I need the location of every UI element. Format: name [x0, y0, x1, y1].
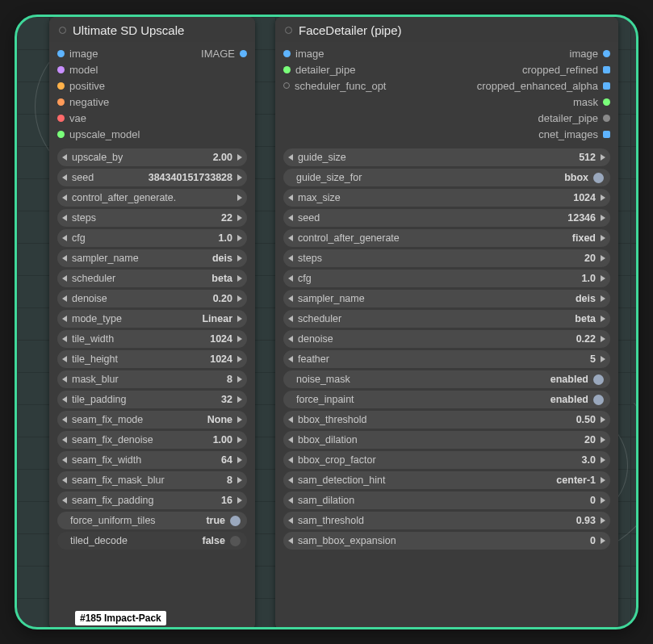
increment-icon[interactable]	[601, 194, 605, 201]
param-guide-size[interactable]: guide_size512	[283, 148, 610, 166]
param-denoise[interactable]: denoise0.22	[283, 330, 610, 348]
param-seam-fix-mask-blur[interactable]: seam_fix_mask_blur8	[57, 471, 247, 489]
increment-icon[interactable]	[601, 235, 605, 241]
param-seam-fix-padding[interactable]: seam_fix_padding16	[57, 491, 247, 509]
increment-icon[interactable]	[237, 477, 242, 483]
port-icon[interactable]	[603, 115, 610, 122]
param-cfg[interactable]: cfg1.0	[283, 270, 610, 287]
port-icon[interactable]	[57, 115, 65, 122]
increment-icon[interactable]	[601, 477, 605, 483]
param-tile-width[interactable]: tile_width1024	[57, 330, 247, 348]
param-noise-mask[interactable]: noise_maskenabled	[283, 370, 610, 388]
increment-icon[interactable]	[237, 194, 242, 201]
node-header[interactable]: FaceDetailer (pipe)	[275, 17, 618, 42]
toggle-icon[interactable]	[593, 374, 604, 385]
increment-icon[interactable]	[601, 537, 605, 544]
port-icon[interactable]	[57, 131, 65, 138]
collapse-icon[interactable]	[59, 27, 66, 34]
node-facedetailer-pipe[interactable]: FaceDetailer (pipe) imageimagedetailer_p…	[275, 17, 618, 629]
param-bbox-crop-factor[interactable]: bbox_crop_factor3.0	[283, 451, 610, 469]
port-icon[interactable]	[283, 82, 290, 89]
param-tile-height[interactable]: tile_height1024	[57, 350, 247, 368]
increment-icon[interactable]	[601, 517, 605, 524]
node-ultimate-sd-upscale[interactable]: Ultimate SD Upscale imageIMAGEmodelposit…	[49, 17, 255, 629]
param-sampler-name[interactable]: sampler_namedeis	[283, 290, 610, 307]
increment-icon[interactable]	[601, 275, 605, 282]
increment-icon[interactable]	[601, 457, 605, 463]
increment-icon[interactable]	[237, 316, 242, 322]
increment-icon[interactable]	[237, 416, 242, 423]
increment-icon[interactable]	[237, 497, 242, 504]
increment-icon[interactable]	[237, 275, 242, 282]
port-icon[interactable]	[603, 50, 610, 57]
param-bbox-dilation[interactable]: bbox_dilation20	[283, 431, 610, 449]
param-seam-fix-mode[interactable]: seam_fix_modeNone	[57, 411, 247, 429]
increment-icon[interactable]	[601, 336, 605, 342]
param-seed[interactable]: seed384340151733828	[57, 169, 247, 186]
param-seam-fix-width[interactable]: seam_fix_width64	[57, 451, 247, 469]
param-steps[interactable]: steps22	[57, 209, 247, 227]
increment-icon[interactable]	[237, 154, 242, 161]
param-bbox-threshold[interactable]: bbox_threshold0.50	[283, 411, 610, 429]
param-scheduler[interactable]: schedulerbeta	[283, 310, 610, 328]
increment-icon[interactable]	[601, 295, 605, 302]
increment-icon[interactable]	[601, 356, 605, 362]
param-steps[interactable]: steps20	[283, 249, 610, 267]
param-tile-padding[interactable]: tile_padding32	[57, 391, 247, 408]
node-canvas[interactable]: Ultimate SD Upscale imageIMAGEmodelposit…	[15, 15, 638, 629]
param-seed[interactable]: seed12346	[283, 209, 610, 227]
increment-icon[interactable]	[237, 255, 242, 261]
param-force-inpaint[interactable]: force_inpaintenabled	[283, 391, 610, 408]
increment-icon[interactable]	[601, 437, 605, 443]
increment-icon[interactable]	[237, 376, 242, 383]
increment-icon[interactable]	[601, 154, 605, 161]
param-control-after-generate[interactable]: control_after_generatefixed	[283, 229, 610, 247]
param-feather[interactable]: feather5	[283, 350, 610, 368]
param-upscale-by[interactable]: upscale_by2.00	[57, 148, 247, 166]
increment-icon[interactable]	[237, 336, 242, 342]
param-mask-blur[interactable]: mask_blur8	[57, 370, 247, 388]
param-control-after-generate-[interactable]: control_after_generate.	[57, 189, 247, 207]
increment-icon[interactable]	[237, 437, 242, 443]
increment-icon[interactable]	[237, 174, 242, 181]
param-guide-size-for[interactable]: guide_size_forbbox	[283, 169, 610, 186]
port-icon[interactable]	[240, 50, 247, 57]
increment-icon[interactable]	[237, 396, 242, 403]
param-sampler-name[interactable]: sampler_namedeis	[57, 249, 247, 267]
increment-icon[interactable]	[237, 295, 242, 302]
param-sam-bbox-expansion[interactable]: sam_bbox_expansion0	[283, 532, 610, 550]
increment-icon[interactable]	[237, 356, 242, 362]
toggle-icon[interactable]	[593, 395, 604, 405]
toggle-icon[interactable]	[593, 173, 604, 183]
increment-icon[interactable]	[601, 215, 605, 221]
param-force-uniform-tiles[interactable]: force_uniform_tilestrue	[57, 512, 247, 529]
increment-icon[interactable]	[601, 416, 605, 423]
param-sam-dilation[interactable]: sam_dilation0	[283, 491, 610, 509]
increment-icon[interactable]	[237, 235, 242, 241]
param-scheduler[interactable]: schedulerbeta	[57, 270, 247, 287]
port-icon[interactable]	[57, 50, 65, 57]
port-icon[interactable]	[57, 82, 65, 90]
param-seam-fix-denoise[interactable]: seam_fix_denoise1.00	[57, 431, 247, 449]
node-header[interactable]: Ultimate SD Upscale	[49, 17, 255, 42]
toggle-icon[interactable]	[230, 536, 241, 546]
collapse-icon[interactable]	[285, 27, 292, 34]
toggle-icon[interactable]	[230, 516, 241, 526]
port-icon[interactable]	[283, 50, 291, 57]
param-tiled-decode[interactable]: tiled_decodefalse	[57, 532, 247, 550]
port-icon[interactable]	[57, 98, 65, 106]
port-icon[interactable]	[283, 66, 291, 73]
port-icon[interactable]	[603, 82, 610, 90]
param-sam-detection-hint[interactable]: sam_detection_hintcenter-1	[283, 471, 610, 489]
increment-icon[interactable]	[601, 497, 605, 504]
param-denoise[interactable]: denoise0.20	[57, 290, 247, 307]
param-cfg[interactable]: cfg1.0	[57, 229, 247, 247]
param-mode-type[interactable]: mode_typeLinear	[57, 310, 247, 328]
port-icon[interactable]	[57, 66, 65, 73]
param-sam-threshold[interactable]: sam_threshold0.93	[283, 512, 610, 529]
increment-icon[interactable]	[237, 457, 242, 463]
increment-icon[interactable]	[601, 255, 605, 261]
increment-icon[interactable]	[237, 215, 242, 221]
port-icon[interactable]	[603, 131, 610, 138]
port-icon[interactable]	[603, 98, 610, 106]
